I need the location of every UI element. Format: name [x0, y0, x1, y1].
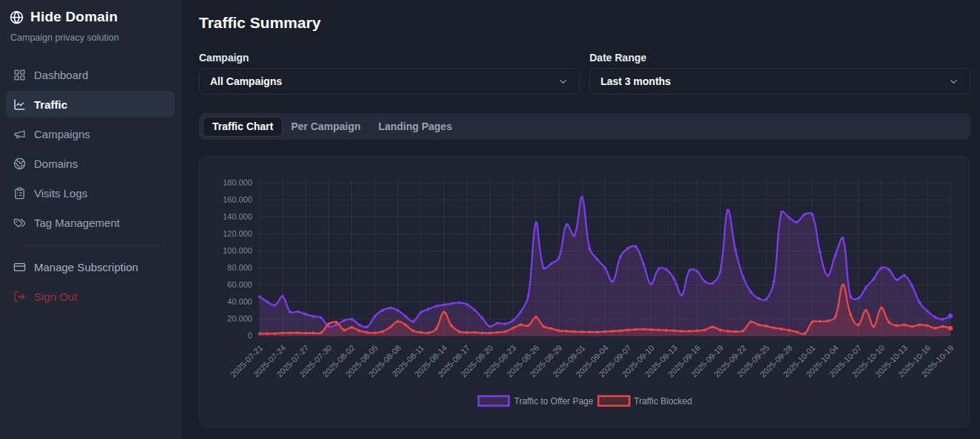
svg-text:180.000: 180.000 — [223, 178, 252, 187]
svg-text:0: 0 — [248, 331, 252, 340]
svg-text:140.000: 140.000 — [223, 212, 252, 221]
svg-text:160.000: 160.000 — [223, 195, 252, 204]
svg-text:120.000: 120.000 — [223, 229, 252, 238]
svg-text:20.000: 20.000 — [227, 314, 252, 323]
svg-text:Traffic Blocked: Traffic Blocked — [634, 396, 692, 406]
svg-text:100.000: 100.000 — [223, 246, 252, 255]
svg-text:80.000: 80.000 — [227, 263, 252, 272]
svg-text:40.000: 40.000 — [227, 297, 252, 306]
svg-text:Traffic to Offer Page: Traffic to Offer Page — [514, 396, 593, 406]
svg-text:60.000: 60.000 — [227, 280, 252, 289]
